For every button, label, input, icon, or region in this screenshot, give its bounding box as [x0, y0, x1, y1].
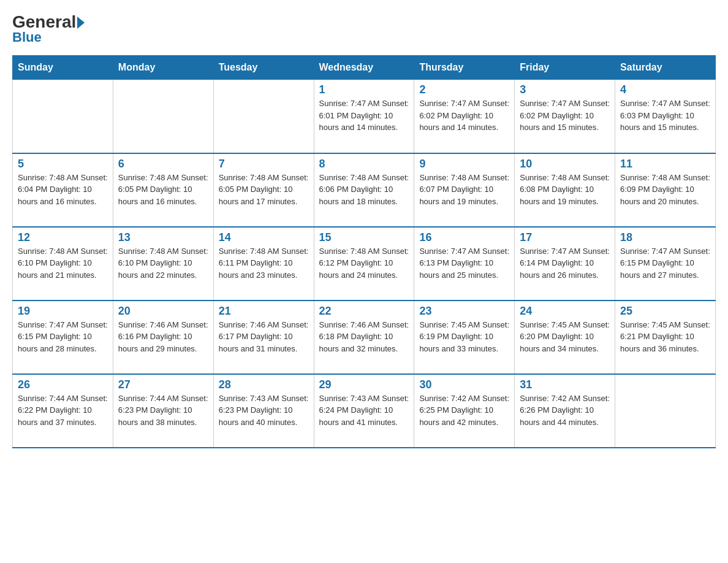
day-info: Sunrise: 7:48 AM Sunset: 6:06 PM Dayligh…	[319, 172, 409, 208]
day-info: Sunrise: 7:46 AM Sunset: 6:16 PM Dayligh…	[118, 319, 208, 355]
weekday-header-sunday: Sunday	[13, 56, 113, 80]
day-number: 28	[219, 378, 309, 391]
day-info: Sunrise: 7:43 AM Sunset: 6:23 PM Dayligh…	[219, 393, 309, 429]
calendar-cell: 31Sunrise: 7:42 AM Sunset: 6:26 PM Dayli…	[515, 374, 615, 448]
day-number: 23	[419, 305, 509, 318]
logo-arrow-icon	[77, 17, 85, 29]
calendar-cell	[13, 80, 113, 153]
calendar-cell: 24Sunrise: 7:45 AM Sunset: 6:20 PM Dayli…	[515, 301, 615, 374]
day-info: Sunrise: 7:44 AM Sunset: 6:23 PM Dayligh…	[118, 393, 208, 429]
day-number: 14	[219, 231, 309, 244]
weekday-header-saturday: Saturday	[615, 56, 716, 80]
calendar-cell: 9Sunrise: 7:48 AM Sunset: 6:07 PM Daylig…	[414, 153, 515, 227]
day-info: Sunrise: 7:43 AM Sunset: 6:24 PM Dayligh…	[319, 393, 409, 429]
day-number: 25	[620, 305, 710, 318]
calendar-cell: 2Sunrise: 7:47 AM Sunset: 6:02 PM Daylig…	[414, 80, 515, 153]
day-info: Sunrise: 7:47 AM Sunset: 6:14 PM Dayligh…	[520, 245, 610, 282]
calendar-cell: 3Sunrise: 7:47 AM Sunset: 6:02 PM Daylig…	[515, 80, 615, 153]
calendar-body: 1Sunrise: 7:47 AM Sunset: 6:01 PM Daylig…	[13, 80, 716, 448]
calendar-cell: 7Sunrise: 7:48 AM Sunset: 6:05 PM Daylig…	[213, 153, 314, 227]
day-info: Sunrise: 7:48 AM Sunset: 6:04 PM Dayligh…	[18, 172, 108, 208]
day-number: 12	[18, 231, 108, 244]
day-info: Sunrise: 7:46 AM Sunset: 6:18 PM Dayligh…	[319, 319, 409, 355]
day-number: 16	[419, 231, 509, 244]
calendar-cell: 6Sunrise: 7:48 AM Sunset: 6:05 PM Daylig…	[113, 153, 213, 227]
calendar-cell: 28Sunrise: 7:43 AM Sunset: 6:23 PM Dayli…	[213, 374, 314, 448]
calendar-cell	[213, 80, 314, 153]
day-info: Sunrise: 7:42 AM Sunset: 6:25 PM Dayligh…	[419, 393, 509, 429]
calendar-cell: 5Sunrise: 7:48 AM Sunset: 6:04 PM Daylig…	[13, 153, 113, 227]
day-number: 27	[118, 378, 208, 391]
calendar-cell: 16Sunrise: 7:47 AM Sunset: 6:13 PM Dayli…	[414, 227, 515, 301]
calendar-cell: 8Sunrise: 7:48 AM Sunset: 6:06 PM Daylig…	[314, 153, 414, 227]
calendar-cell: 18Sunrise: 7:47 AM Sunset: 6:15 PM Dayli…	[615, 227, 716, 301]
calendar-cell	[615, 374, 716, 448]
day-number: 5	[18, 158, 108, 170]
calendar-table: SundayMondayTuesdayWednesdayThursdayFrid…	[12, 55, 716, 448]
day-info: Sunrise: 7:48 AM Sunset: 6:10 PM Dayligh…	[118, 245, 208, 282]
calendar-cell: 4Sunrise: 7:47 AM Sunset: 6:03 PM Daylig…	[615, 80, 716, 153]
calendar-cell: 21Sunrise: 7:46 AM Sunset: 6:17 PM Dayli…	[213, 301, 314, 374]
day-number: 11	[620, 158, 710, 170]
weekday-header-monday: Monday	[113, 56, 213, 80]
calendar-cell: 1Sunrise: 7:47 AM Sunset: 6:01 PM Daylig…	[314, 80, 414, 153]
calendar-cell: 27Sunrise: 7:44 AM Sunset: 6:23 PM Dayli…	[113, 374, 213, 448]
day-info: Sunrise: 7:47 AM Sunset: 6:03 PM Dayligh…	[620, 98, 710, 134]
day-number: 26	[18, 378, 108, 391]
day-info: Sunrise: 7:48 AM Sunset: 6:09 PM Dayligh…	[620, 172, 710, 208]
day-info: Sunrise: 7:48 AM Sunset: 6:11 PM Dayligh…	[219, 245, 309, 282]
day-number: 7	[219, 158, 309, 170]
day-number: 4	[620, 83, 710, 96]
calendar-cell: 22Sunrise: 7:46 AM Sunset: 6:18 PM Dayli…	[314, 301, 414, 374]
day-number: 3	[520, 83, 610, 96]
weekday-header-tuesday: Tuesday	[213, 56, 314, 80]
calendar-week-3: 12Sunrise: 7:48 AM Sunset: 6:10 PM Dayli…	[13, 227, 716, 301]
day-info: Sunrise: 7:47 AM Sunset: 6:15 PM Dayligh…	[18, 319, 108, 355]
day-number: 6	[118, 158, 208, 170]
calendar-cell: 29Sunrise: 7:43 AM Sunset: 6:24 PM Dayli…	[314, 374, 414, 448]
day-number: 29	[319, 378, 409, 391]
calendar-cell: 17Sunrise: 7:47 AM Sunset: 6:14 PM Dayli…	[515, 227, 615, 301]
day-info: Sunrise: 7:48 AM Sunset: 6:12 PM Dayligh…	[319, 245, 409, 282]
logo: General Blue	[12, 12, 85, 45]
day-info: Sunrise: 7:45 AM Sunset: 6:19 PM Dayligh…	[419, 319, 509, 355]
page-header: General Blue	[12, 12, 716, 45]
day-info: Sunrise: 7:48 AM Sunset: 6:10 PM Dayligh…	[18, 245, 108, 282]
calendar-header: SundayMondayTuesdayWednesdayThursdayFrid…	[13, 56, 716, 80]
day-info: Sunrise: 7:45 AM Sunset: 6:21 PM Dayligh…	[620, 319, 710, 355]
weekday-header-friday: Friday	[515, 56, 615, 80]
day-number: 22	[319, 305, 409, 318]
day-info: Sunrise: 7:48 AM Sunset: 6:05 PM Dayligh…	[219, 172, 309, 208]
day-number: 30	[419, 378, 509, 391]
day-info: Sunrise: 7:48 AM Sunset: 6:07 PM Dayligh…	[419, 172, 509, 208]
calendar-cell: 26Sunrise: 7:44 AM Sunset: 6:22 PM Dayli…	[13, 374, 113, 448]
calendar-cell: 10Sunrise: 7:48 AM Sunset: 6:08 PM Dayli…	[515, 153, 615, 227]
day-info: Sunrise: 7:47 AM Sunset: 6:15 PM Dayligh…	[620, 245, 710, 282]
day-number: 24	[520, 305, 610, 318]
calendar-cell: 11Sunrise: 7:48 AM Sunset: 6:09 PM Dayli…	[615, 153, 716, 227]
day-number: 20	[118, 305, 208, 318]
calendar-week-1: 1Sunrise: 7:47 AM Sunset: 6:01 PM Daylig…	[13, 80, 716, 153]
calendar-cell: 30Sunrise: 7:42 AM Sunset: 6:25 PM Dayli…	[414, 374, 515, 448]
day-info: Sunrise: 7:47 AM Sunset: 6:02 PM Dayligh…	[419, 98, 509, 134]
calendar-cell: 25Sunrise: 7:45 AM Sunset: 6:21 PM Dayli…	[615, 301, 716, 374]
day-info: Sunrise: 7:44 AM Sunset: 6:22 PM Dayligh…	[18, 393, 108, 429]
day-info: Sunrise: 7:48 AM Sunset: 6:08 PM Dayligh…	[520, 172, 610, 208]
calendar-week-4: 19Sunrise: 7:47 AM Sunset: 6:15 PM Dayli…	[13, 301, 716, 374]
calendar-cell: 14Sunrise: 7:48 AM Sunset: 6:11 PM Dayli…	[213, 227, 314, 301]
day-number: 18	[620, 231, 710, 244]
calendar-cell: 12Sunrise: 7:48 AM Sunset: 6:10 PM Dayli…	[13, 227, 113, 301]
day-number: 8	[319, 158, 409, 170]
day-info: Sunrise: 7:47 AM Sunset: 6:01 PM Dayligh…	[319, 98, 409, 134]
day-info: Sunrise: 7:42 AM Sunset: 6:26 PM Dayligh…	[520, 393, 610, 429]
day-number: 21	[219, 305, 309, 318]
logo-blue-text: Blue	[12, 29, 42, 45]
calendar-week-5: 26Sunrise: 7:44 AM Sunset: 6:22 PM Dayli…	[13, 374, 716, 448]
calendar-week-2: 5Sunrise: 7:48 AM Sunset: 6:04 PM Daylig…	[13, 153, 716, 227]
day-number: 9	[419, 158, 509, 170]
weekday-header-thursday: Thursday	[414, 56, 515, 80]
day-number: 19	[18, 305, 108, 318]
day-number: 10	[520, 158, 610, 170]
calendar-cell	[113, 80, 213, 153]
day-number: 1	[319, 83, 409, 96]
